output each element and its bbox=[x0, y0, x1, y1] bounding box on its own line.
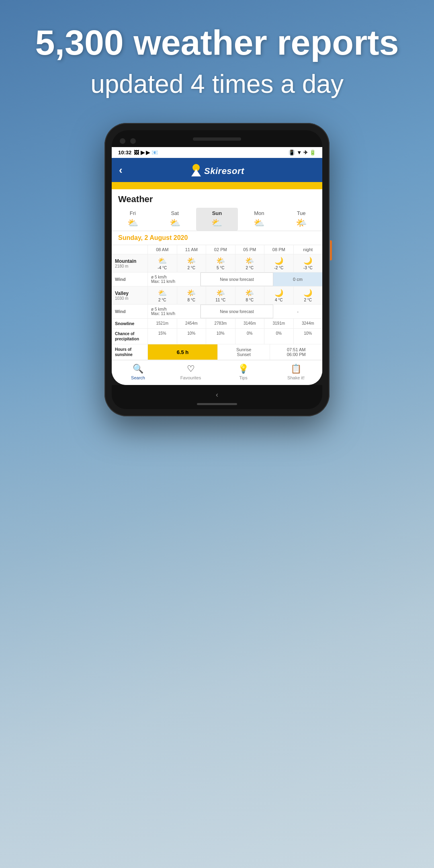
nav-shake[interactable]: 📋 Shake it! bbox=[270, 364, 322, 380]
phone-bottom: ‹ bbox=[112, 385, 322, 409]
bottom-nav: 🔍 Search ♡ Favourites 💡 Tips 📋 Shake it! bbox=[112, 360, 322, 385]
sunrise-time: 07:51 AM bbox=[287, 347, 305, 352]
valley-temp-2: 11 °C bbox=[215, 298, 225, 302]
mountain-wind-row: Wind ø 5 km/h Max: 11 km/h New snow fore… bbox=[112, 272, 322, 287]
sub-headline: updated 4 times a day bbox=[90, 69, 344, 99]
valley-temp-4: 4 °C bbox=[275, 298, 283, 302]
airplane-icon: ✈ bbox=[303, 149, 308, 156]
time-night: night bbox=[294, 245, 323, 254]
mountain-icon-5: 🌙 bbox=[303, 256, 312, 265]
nav-tips[interactable]: 💡 Tips bbox=[217, 364, 270, 380]
nav-search[interactable]: 🔍 Search bbox=[112, 364, 164, 380]
tab-tue-label: Tue bbox=[297, 210, 306, 216]
status-time: 10:32 bbox=[118, 149, 131, 156]
valley-cell-0: ⛅ 2 °C bbox=[148, 287, 177, 304]
valley-label: Valley bbox=[115, 291, 144, 296]
back-button[interactable]: ‹ bbox=[119, 164, 123, 176]
valley-elevation: 1030 m bbox=[115, 296, 144, 301]
mountain-snow-value: 0 cm bbox=[273, 272, 322, 286]
time-2000: 08 PM bbox=[264, 245, 294, 254]
logo-text: Skiresort bbox=[204, 166, 244, 176]
mountain-wind-data: ø 5 km/h Max: 11 km/h bbox=[148, 272, 201, 286]
nav-tips-label: Tips bbox=[239, 375, 247, 380]
precipitation-label: Chance of precipitation bbox=[112, 329, 148, 344]
tab-sun[interactable]: Sun ⛅ bbox=[196, 208, 238, 231]
time-1100: 11 AM bbox=[177, 245, 207, 254]
camera-dot-1 bbox=[120, 138, 125, 144]
tab-fri-label: Fri bbox=[130, 210, 136, 216]
mountain-icon-3: 🌤️ bbox=[245, 256, 254, 265]
valley-temp-3: 8 °C bbox=[246, 298, 254, 302]
valley-icon-1: 🌤️ bbox=[187, 289, 196, 297]
home-indicator[interactable] bbox=[197, 403, 237, 405]
side-button bbox=[330, 240, 332, 260]
tab-sat-icon: ⛅ bbox=[170, 218, 180, 228]
sunrise-time-cell: 07:51 AM 06:00 PM bbox=[270, 344, 322, 360]
day-tabs: Fri ⛅ Sat ⛅ Sun ⛅ Mon ⛅ bbox=[112, 208, 322, 231]
valley-icon-0: ⛅ bbox=[158, 289, 167, 297]
mountain-temp-3: 2 °C bbox=[246, 266, 254, 270]
snowline-4: 3191m bbox=[264, 319, 294, 328]
valley-wind-row: Wind ø 5 km/h Max: 11 km/h New snow fore… bbox=[112, 305, 322, 319]
mountain-icon-0: ⛅ bbox=[158, 256, 167, 265]
valley-label-cell: Valley 1030 m bbox=[112, 287, 148, 304]
nav-search-label: Search bbox=[131, 375, 145, 380]
sunset-time: 06:00 PM bbox=[287, 352, 306, 357]
snowline-5: 3244m bbox=[294, 319, 323, 328]
snowline-3: 3146m bbox=[235, 319, 265, 328]
tab-fri[interactable]: Fri ⛅ bbox=[112, 208, 154, 231]
tab-sat-label: Sat bbox=[171, 210, 179, 216]
android-back-button[interactable]: ‹ bbox=[216, 391, 218, 399]
tab-mon[interactable]: Mon ⛅ bbox=[238, 208, 280, 231]
valley-icon-4: 🌙 bbox=[274, 289, 283, 297]
precip-4: 0% bbox=[264, 329, 294, 344]
status-bar: 10:32 🖼 ▶ ▶ 📧 📳 ▼ ✈ 🔋 bbox=[112, 147, 322, 158]
valley-snow-forecast: New snow forecast bbox=[201, 305, 273, 318]
mountain-temp-4: -2 °C bbox=[274, 266, 283, 270]
lightbulb-icon: 💡 bbox=[238, 364, 249, 374]
svg-marker-1 bbox=[191, 169, 201, 176]
date-header: Sunday, 2 August 2020 bbox=[112, 231, 322, 245]
valley-snow-value: - bbox=[273, 305, 322, 318]
valley-cell-4: 🌙 4 °C bbox=[264, 287, 294, 304]
status-right: 📳 ▼ ✈ 🔋 bbox=[289, 149, 316, 156]
sunrise-label: Sunrise bbox=[236, 347, 251, 352]
precip-3: 0% bbox=[235, 329, 265, 344]
weather-title: Weather bbox=[112, 189, 322, 208]
nav-favourites[interactable]: ♡ Favourites bbox=[164, 364, 217, 380]
tab-tue-icon: 🌤️ bbox=[296, 218, 307, 228]
time-header-row: 08 AM 11 AM 02 PM 05 PM 08 PM night bbox=[112, 245, 322, 254]
search-icon: 🔍 bbox=[133, 364, 143, 374]
phone-notch bbox=[112, 130, 322, 147]
snowline-label: Snowline bbox=[112, 319, 148, 328]
valley-cell-3: 🌤️ 8 °C bbox=[235, 287, 265, 304]
valley-temp-1: 8 °C bbox=[187, 298, 195, 302]
valley-temp-0: 2 °C bbox=[158, 298, 166, 302]
snowline-2: 2783m bbox=[206, 319, 235, 328]
mountain-temp-0: -4 °C bbox=[158, 266, 167, 270]
precipitation-row: Chance of precipitation 15% 10% 10% 0% 0… bbox=[112, 329, 322, 344]
mountain-icon-1: 🌤️ bbox=[187, 256, 196, 265]
precip-5: 10% bbox=[294, 329, 323, 344]
yellow-stripe bbox=[112, 182, 322, 189]
tab-tue[interactable]: Tue 🌤️ bbox=[280, 208, 322, 231]
valley-icon-2: 🌤️ bbox=[216, 289, 225, 297]
mountain-cell-0: ⛅ -4 °C bbox=[148, 254, 177, 272]
sunshine-row: Hours of sunshine 6.5 h Sunrise Sunset 0… bbox=[112, 344, 322, 360]
app-screen: ‹ Skiresort Weather bbox=[112, 158, 322, 385]
nav-favourites-label: Favourites bbox=[180, 375, 201, 380]
mountain-cell-2: 🌤️ 5 °C bbox=[206, 254, 235, 272]
wifi-icon: ▼ bbox=[297, 149, 302, 156]
mountain-elevation: 2180 m bbox=[115, 264, 144, 268]
mountain-label-cell: Mountain 2180 m bbox=[112, 254, 148, 272]
phone-frame: 10:32 🖼 ▶ ▶ 📧 📳 ▼ ✈ 🔋 ‹ bbox=[104, 123, 330, 416]
tab-sat[interactable]: Sat ⛅ bbox=[154, 208, 196, 231]
main-headline: 5,300 weather reports bbox=[11, 24, 423, 61]
mountain-cell-1: 🌤️ 2 °C bbox=[177, 254, 207, 272]
mountain-temp-2: 5 °C bbox=[217, 266, 225, 270]
precip-0: 15% bbox=[148, 329, 177, 344]
tab-mon-icon: ⛅ bbox=[254, 218, 264, 228]
app-header: ‹ Skiresort bbox=[112, 158, 322, 182]
valley-icon-5: 🌙 bbox=[303, 289, 312, 297]
mountain-cell-3: 🌤️ 2 °C bbox=[235, 254, 265, 272]
